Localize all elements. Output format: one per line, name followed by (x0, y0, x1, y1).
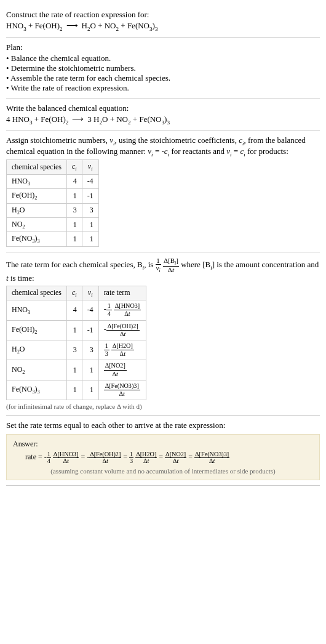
col-header: ci (66, 286, 82, 300)
species-cell: HNO3 (7, 174, 67, 188)
term: 4 HNO3 (6, 115, 32, 124)
frac-rate: Δ[Bi]Δt (163, 257, 179, 273)
rate-term-cell: Δ[NO2]Δt (98, 360, 146, 380)
rate-term: -14 Δ[HNO3]Δt (44, 453, 79, 462)
col-header: νi (82, 286, 98, 300)
nu-cell: 1 (82, 380, 98, 400)
rate-term-cell: -14 Δ[HNO3]Δt (98, 300, 146, 320)
c-cell: 1 (66, 189, 82, 203)
final-intro: Set the rate terms equal to each other t… (6, 421, 320, 430)
term: Fe(OH)2 (41, 115, 68, 124)
nu-cell: 3 (82, 340, 98, 360)
table-row: Fe(OH)21-1 (7, 189, 99, 203)
c-cell: 3 (66, 340, 82, 360)
answer-box: Answer: rate = -14 Δ[HNO3]Δt = -Δ[Fe(OH)… (6, 434, 320, 480)
species-cell: Fe(NO3)3 (7, 380, 67, 400)
stoich-table: chemical speciesciνiHNO34-4Fe(OH)21-1H2O… (6, 159, 99, 246)
term: NO2 (116, 115, 130, 124)
nu-cell: -1 (82, 320, 98, 340)
c-cell: 3 (66, 203, 82, 217)
table-row: NO211Δ[NO2]Δt (7, 360, 146, 380)
table-row: H2O3313 Δ[H2O]Δt (7, 340, 146, 360)
species-cell: Fe(NO3)3 (7, 232, 67, 246)
final-section: Set the rate terms equal to each other t… (6, 416, 320, 485)
nu-cell: 3 (82, 203, 98, 217)
answer-label: Answer: (13, 440, 313, 449)
answer-equation: rate = -14 Δ[HNO3]Δt = -Δ[Fe(OH)2]Δt = 1… (25, 451, 313, 464)
plan-label: Plan: (6, 42, 320, 52)
stoich-intro: Assign stoichiometric numbers, νi, using… (6, 135, 320, 157)
table-row: HNO34-4 (7, 174, 99, 188)
table-row: NO211 (7, 217, 99, 231)
col-header: chemical species (7, 286, 67, 300)
table-row: Fe(OH)21-1-Δ[Fe(OH)2]Δt (7, 320, 146, 340)
c-cell: 4 (66, 300, 82, 320)
rate-section: The rate term for each chemical species,… (6, 252, 320, 416)
col-header: ci (66, 160, 82, 174)
species-cell: Fe(OH)2 (7, 320, 67, 340)
rate-term: Δ[Fe(NO3)3]Δt (194, 453, 229, 462)
rate-label: rate (25, 453, 36, 462)
plan-section: Plan: Balance the chemical equation.Dete… (6, 38, 320, 99)
nu-cell: -1 (82, 189, 98, 203)
species: Fe(OH)2 (35, 21, 63, 30)
c-cell: 4 (66, 174, 82, 188)
rate-table: chemical speciesciνirate termHNO34-4-14 … (6, 286, 146, 400)
nu-cell: -4 (82, 300, 98, 320)
c-cell: 1 (66, 360, 82, 380)
species-cell: HNO3 (7, 300, 67, 320)
nu-cell: 1 (82, 360, 98, 380)
stoich-section: Assign stoichiometric numbers, νi, using… (6, 131, 320, 252)
species-cell: H2O (7, 340, 67, 360)
plan-item: Determine the stoichiometric numbers. (6, 63, 320, 73)
nu-cell: 1 (82, 232, 98, 246)
plan-list: Balance the chemical equation.Determine … (6, 54, 320, 93)
answer-note: (assuming constant volume and no accumul… (13, 467, 313, 475)
species: HNO3 (6, 21, 26, 30)
arrow-icon: ⟶ (63, 21, 82, 30)
c-cell: 1 (66, 217, 82, 231)
col-header: νi (82, 160, 98, 174)
frac-coef: 1νi (156, 257, 161, 273)
nu-cell: 1 (82, 217, 98, 231)
plan-item: Assemble the rate term for each chemical… (6, 73, 320, 83)
species: H2O (82, 21, 96, 30)
species-cell: H2O (7, 203, 67, 217)
c-cell: 1 (66, 380, 82, 400)
plan-item: Balance the chemical equation. (6, 54, 320, 63)
col-header: chemical species (7, 160, 67, 174)
c-cell: 1 (66, 320, 82, 340)
rate-intro: The rate term for each chemical species,… (6, 257, 320, 283)
rate-term: 13 Δ[H2O]Δt (129, 453, 157, 462)
question-prompt: Construct the rate of reaction expressio… (6, 10, 320, 20)
col-header: rate term (98, 286, 146, 300)
balanced-section: Write the balanced chemical equation: 4 … (6, 99, 320, 131)
species-cell: NO2 (7, 360, 67, 380)
rate-term-cell: Δ[Fe(NO3)3]Δt (98, 380, 146, 400)
rate-note: (for infinitesimal rate of change, repla… (6, 403, 320, 410)
term: Fe(NO3)3 (139, 115, 170, 124)
rate-term-cell: 13 Δ[H2O]Δt (98, 340, 146, 360)
rate-term: -Δ[Fe(OH)2]Δt (87, 453, 121, 462)
species-cell: Fe(OH)2 (7, 189, 67, 203)
table-row: Fe(NO3)311Δ[Fe(NO3)3]Δt (7, 380, 146, 400)
balanced-label: Write the balanced chemical equation: (6, 103, 320, 113)
species: NO2 (105, 21, 119, 30)
nu-cell: -4 (82, 174, 98, 188)
plan-item: Write the rate of reaction expression. (6, 83, 320, 93)
question-section: Construct the rate of reaction expressio… (6, 5, 320, 38)
balanced-equation: 4 HNO3 + Fe(OH)2⟶3 H2O + NO2 + Fe(NO3)3 (6, 115, 320, 126)
arrow-icon: ⟶ (68, 115, 87, 124)
term: 3 H2O (87, 115, 108, 124)
species: Fe(NO3)3 (127, 21, 158, 30)
table-row: H2O33 (7, 203, 99, 217)
species-cell: NO2 (7, 217, 67, 231)
table-row: HNO34-4-14 Δ[HNO3]Δt (7, 300, 146, 320)
c-cell: 1 (66, 232, 82, 246)
unbalanced-equation: HNO3 + Fe(OH)2⟶H2O + NO2 + Fe(NO3)3 (6, 21, 320, 32)
table-row: Fe(NO3)311 (7, 232, 99, 246)
rate-term-cell: -Δ[Fe(OH)2]Δt (98, 320, 146, 340)
rate-term: Δ[NO2]Δt (165, 453, 186, 462)
